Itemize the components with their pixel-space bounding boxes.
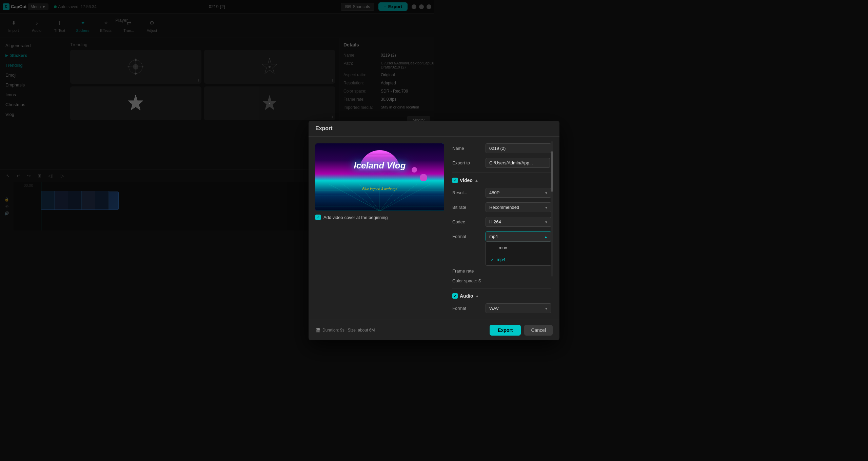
svg-line-25 bbox=[380, 184, 431, 211]
cover-check-label: Add video cover at the beginning bbox=[323, 215, 388, 220]
svg-line-23 bbox=[380, 184, 400, 211]
svg-line-24 bbox=[380, 184, 417, 211]
modal-overlay: Export Iceland Vlog Blue lagoo bbox=[0, 0, 434, 230]
modal-preview-section: Iceland Vlog Blue lagoon & icebergs bbox=[315, 143, 434, 230]
svg-line-20 bbox=[342, 184, 380, 211]
svg-line-19 bbox=[329, 184, 380, 211]
cover-checkbox-icon[interactable]: ✓ bbox=[315, 215, 321, 220]
export-modal: Export Iceland Vlog Blue lagoo bbox=[309, 121, 434, 230]
preview-thumbnail: Iceland Vlog Blue lagoon & icebergs bbox=[315, 143, 434, 211]
modal-body: Iceland Vlog Blue lagoon & icebergs bbox=[309, 137, 434, 230]
modal-header: Export bbox=[309, 121, 434, 137]
svg-line-21 bbox=[359, 184, 380, 211]
cover-check[interactable]: ✓ Add video cover at the beginning bbox=[315, 215, 434, 220]
